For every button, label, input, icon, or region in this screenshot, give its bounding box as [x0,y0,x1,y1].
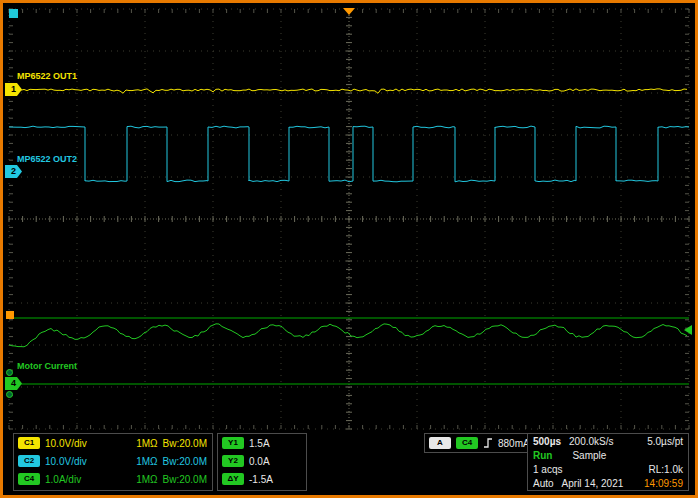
channel1-badge[interactable]: C1 [18,437,40,449]
trigger-mode-badge: A [429,437,451,449]
channel4-scale: 1.0A/div [45,474,81,485]
channel2-bandwidth: Bw:20.0M [163,456,207,467]
cursor-y2-row: Y2 0.0A [218,452,306,470]
record-length: RL:1.0k [649,464,683,475]
channel4-badge[interactable]: C4 [18,473,40,485]
timebase-row: 500µs 200.0kS/s 5.0µs/pt [528,434,688,448]
trigger-level-arrow-icon[interactable] [684,325,692,335]
channel-readout-box: C1 10.0V/div 1MΩ Bw:20.0M C2 10.0V/div 1… [13,433,213,491]
channel4-impedance: 1MΩ [136,474,157,485]
channel2-readout-row: C2 10.0V/div 1MΩ Bw:20.0M [14,452,212,470]
channel4-bandwidth: Bw:20.0M [163,474,207,485]
cursor-delta-row: ΔY -1.5A [218,470,306,488]
cursor-readout-box: Y1 1.5A Y2 0.0A ΔY -1.5A [217,433,307,491]
channel1-scale: 10.0V/div [45,438,87,449]
channel1-bandwidth: Bw:20.0M [163,438,207,449]
cursor-y1-row: Y1 1.5A [218,434,306,452]
channel4-readout-row: C4 1.0A/div 1MΩ Bw:20.0M [14,470,212,488]
cursor-a-marker[interactable] [6,311,14,319]
channel2-badge[interactable]: C2 [18,455,40,467]
cursor-delta-badge[interactable]: ΔY [222,473,244,485]
resolution-value: 5.0µs/pt [647,436,683,447]
datetime-row: Auto April 14, 2021 14:09:59 [528,476,688,490]
channel2-waveform-label: MP6522 OUT2 [17,154,77,164]
cursor-delta-value: -1.5A [249,474,273,485]
cursor-y1-badge[interactable]: Y1 [222,437,244,449]
rising-edge-icon [483,437,493,449]
acq-count-row: 1 acqs RL:1.0k [528,462,688,476]
date-label: April 14, 2021 [562,478,624,489]
acq-state-row: Run Sample [528,448,688,462]
cursor-y2-badge[interactable]: Y2 [222,455,244,467]
trigger-source-badge: C4 [456,437,478,449]
oscilloscope-screen: 1 2 4 MP6522 OUT1 MP6522 OUT2 Motor Curr… [0,0,698,498]
channel1-impedance: 1MΩ [136,438,157,449]
cursor-y1-value: 1.5A [249,438,270,449]
channel1-waveform-label: MP6522 OUT1 [17,71,77,81]
timebase-value: 500µs [533,436,561,447]
acq-count: 1 acqs [533,464,562,475]
time-label: 14:09:59 [644,478,683,489]
run-status: Run [533,450,552,461]
channel4-waveform-label: Motor Current [17,361,77,371]
channel2-scale: 10.0V/div [45,456,87,467]
top-left-marker [9,9,18,18]
trigger-position-icon[interactable] [343,8,355,15]
channel2-impedance: 1MΩ [136,456,157,467]
horizontal-readout-box[interactable]: 500µs 200.0kS/s 5.0µs/pt Run Sample 1 ac… [527,433,689,491]
waveform-graticule [3,3,695,433]
acq-mode: Sample [572,450,606,461]
channel1-readout-row: C1 10.0V/div 1MΩ Bw:20.0M [14,434,212,452]
sample-rate-value: 200.0kS/s [569,436,613,447]
trigger-mode-label: Auto [533,478,554,489]
cursor-handle-b-icon[interactable] [6,391,13,398]
display-area: 1 2 4 MP6522 OUT1 MP6522 OUT2 Motor Curr… [3,3,695,495]
cursor-y2-value: 0.0A [249,456,270,467]
trigger-level-value: 880mA [498,438,530,449]
cursor-handle-a-icon[interactable] [6,369,13,376]
